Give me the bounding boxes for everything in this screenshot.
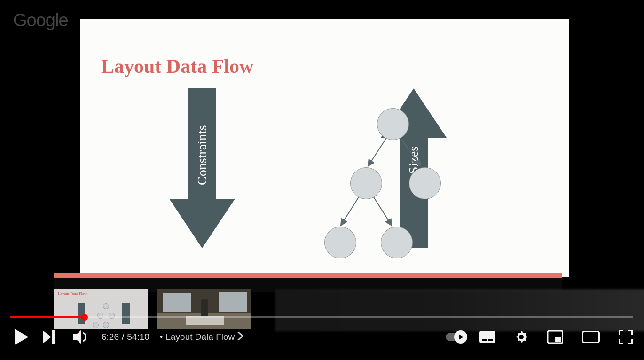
- current-time: 6:26: [102, 332, 119, 342]
- play-mini-icon: [457, 334, 464, 340]
- svg-marker-8: [43, 330, 51, 344]
- autoplay-toggle[interactable]: [446, 333, 467, 341]
- video-stage: Google Google Layout Data Flow Constrain…: [0, 0, 644, 360]
- next-button[interactable]: [39, 327, 59, 347]
- volume-button[interactable]: [71, 327, 90, 347]
- captions-icon: [479, 331, 495, 343]
- tree-node: [409, 167, 441, 199]
- miniplayer-button[interactable]: [547, 330, 563, 344]
- miniplayer-icon: [547, 330, 563, 344]
- svg-marker-11: [459, 334, 463, 340]
- gear-icon: [514, 330, 528, 344]
- chapter-button[interactable]: Layout Dala Flow: [165, 332, 244, 343]
- widget-tree-diagram: [324, 108, 447, 258]
- slide-accent-bar: [54, 273, 562, 278]
- captions-button[interactable]: [479, 331, 495, 343]
- toggle-track: [446, 333, 464, 341]
- player-controls: 6:26 / 54:10 • Layout Dala Flow: [10, 323, 633, 351]
- play-button[interactable]: [10, 326, 33, 348]
- svg-rect-18: [583, 332, 599, 343]
- fullscreen-icon: [619, 330, 633, 344]
- svg-point-15: [519, 335, 524, 339]
- tree-node-root: [377, 108, 409, 140]
- svg-line-5: [373, 196, 391, 225]
- time-display: 6:26 / 54:10 • Layout Dala Flow: [102, 332, 244, 343]
- svg-rect-17: [555, 337, 561, 342]
- volume-icon: [73, 330, 88, 344]
- storyboard-thumb-title: Layout Data Flow: [58, 292, 87, 296]
- progress-buffer-dots-icon: [29, 315, 86, 319]
- svg-line-4: [341, 196, 359, 225]
- fullscreen-button[interactable]: [619, 330, 633, 344]
- presentation-slide: Layout Data Flow Constraints Sizes: [80, 19, 569, 277]
- svg-line-3: [400, 137, 420, 165]
- chapter-label: Layout Dala Flow: [165, 332, 235, 342]
- time-separator: /: [122, 332, 124, 342]
- mini-arrow-icon: [78, 303, 85, 324]
- theater-icon: [582, 331, 600, 343]
- tree-node: [324, 227, 356, 258]
- svg-rect-13: [482, 339, 487, 341]
- settings-button[interactable]: [514, 330, 528, 344]
- svg-rect-12: [479, 331, 495, 343]
- duration: 54:10: [127, 332, 149, 342]
- svg-rect-14: [488, 339, 493, 341]
- constraints-arrow-label: Constraints: [195, 108, 210, 202]
- theater-button[interactable]: [582, 331, 600, 343]
- brand-watermark: Google: [13, 10, 68, 31]
- play-icon: [15, 329, 29, 345]
- progress-bar[interactable]: [10, 316, 633, 318]
- next-icon: [43, 330, 56, 344]
- svg-marker-7: [15, 329, 29, 345]
- svg-rect-9: [52, 330, 55, 344]
- svg-line-2: [369, 137, 387, 165]
- tree-node: [381, 227, 413, 258]
- toggle-knob: [454, 330, 467, 344]
- tree-node: [350, 167, 382, 199]
- chevron-right-icon: [237, 332, 244, 343]
- chapter-bullet: •: [160, 332, 163, 342]
- mini-arrow-icon: [122, 303, 130, 324]
- slide-title: Layout Data Flow: [101, 55, 253, 78]
- svg-marker-10: [73, 330, 81, 344]
